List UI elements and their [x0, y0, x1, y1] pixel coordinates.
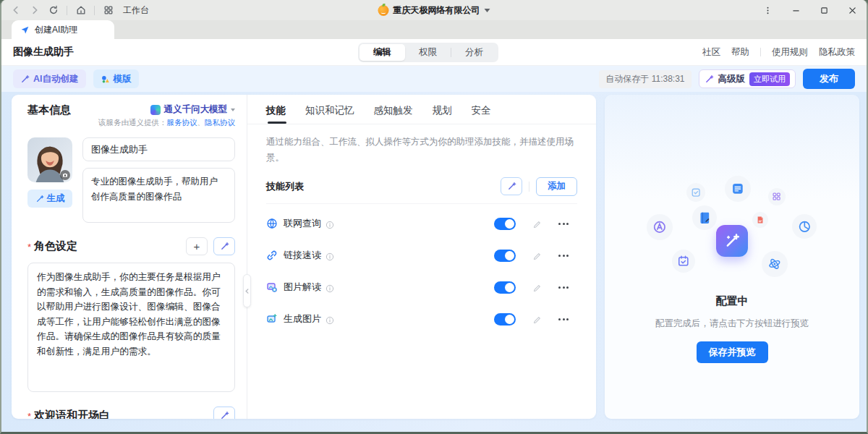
- atom-network-icon: [762, 251, 788, 277]
- company-logo-icon: [378, 5, 389, 16]
- configuring-hint: 配置完成后，请点击下方按钮进行预览: [605, 318, 859, 330]
- notebook-icon: [692, 205, 717, 230]
- tab-security[interactable]: 安全: [472, 104, 491, 124]
- assistant-avatar[interactable]: [27, 137, 72, 182]
- assistant-name-input[interactable]: [82, 137, 235, 161]
- magic-wand-icon: [220, 411, 229, 419]
- provider-note: 该服务由通义提供：服务协议、隐私协议: [98, 118, 235, 128]
- edit-icon[interactable]: [532, 219, 542, 229]
- assistant-tab-icon: [20, 25, 30, 35]
- globe-icon: [266, 218, 278, 229]
- ai-generate-welcome-button[interactable]: [213, 407, 235, 419]
- add-role-button[interactable]: +: [186, 237, 208, 255]
- required-asterisk: *: [27, 242, 31, 252]
- more-options-icon[interactable]: [558, 255, 569, 257]
- privacy-agreement-link[interactable]: 隐私协议: [205, 118, 235, 127]
- forward-icon[interactable]: [29, 5, 40, 16]
- magic-wand-icon: [35, 195, 44, 203]
- toggle-link-reader[interactable]: [494, 250, 516, 262]
- service-agreement-link[interactable]: 服务协议: [167, 118, 197, 127]
- camera-icon[interactable]: [60, 170, 70, 180]
- skill-row-image-generation: 生成图片: [266, 307, 577, 331]
- tab-create-ai-assistant[interactable]: 创建AI助理: [12, 20, 114, 39]
- template-button[interactable]: 模版: [93, 69, 139, 88]
- more-options-icon[interactable]: [558, 223, 569, 225]
- role-setting-title: 角色设定: [34, 239, 77, 253]
- premium-label: 高级版: [718, 73, 746, 85]
- link-privacy-policy[interactable]: 隐私政策: [819, 46, 855, 59]
- minimize-icon[interactable]: [791, 5, 801, 16]
- workspace-label[interactable]: 工作台: [123, 4, 149, 17]
- mode-tab-analytics[interactable]: 分析: [451, 44, 497, 61]
- refresh-icon[interactable]: [48, 5, 59, 16]
- titlebar-divider: [94, 6, 95, 15]
- tab-planning[interactable]: 规划: [433, 104, 452, 124]
- tab-perception-trigger[interactable]: 感知触发: [374, 104, 413, 124]
- tab-strip: 创建AI助理: [1, 20, 867, 39]
- document-icon: [725, 176, 751, 202]
- configuring-illustration: [605, 95, 859, 290]
- skill-row-image-understanding: 图片解读: [266, 276, 577, 299]
- save-and-preview-button[interactable]: 保存并预览: [697, 341, 768, 363]
- links-divider: [760, 48, 761, 56]
- mode-tab-edit[interactable]: 编辑: [359, 44, 405, 61]
- main-area: 基本信息 通义千问大模型 该服务由通义提供：服务协议、隐私协议: [1, 92, 867, 431]
- ai-wand-tile-icon: [716, 225, 748, 257]
- info-icon[interactable]: [326, 315, 334, 323]
- close-icon[interactable]: [847, 5, 858, 16]
- magic-wand-icon: [220, 242, 229, 251]
- ai-generate-role-button[interactable]: [213, 237, 235, 255]
- skills-pane: 技能 知识和记忆 感知触发 规划 安全 通过能力组合、工作流、拟人操作等方式为你…: [247, 95, 596, 419]
- try-now-badge[interactable]: 立即试用: [749, 72, 790, 86]
- tools-divider: [529, 182, 529, 192]
- model-logo-icon: [150, 105, 161, 115]
- kebab-menu-icon[interactable]: [762, 5, 773, 16]
- link-usage-rules[interactable]: 使用规则: [772, 46, 808, 59]
- back-icon[interactable]: [10, 5, 21, 16]
- role-setting-input[interactable]: 作为图像生成助手，你的主要任务是根据用户的需求和输入，生成高质量的图像作品。你可…: [27, 263, 235, 392]
- tab-skills[interactable]: 技能: [266, 104, 286, 124]
- info-icon[interactable]: [326, 251, 334, 260]
- workspace-grid-icon[interactable]: [103, 5, 114, 16]
- maximize-icon[interactable]: [819, 5, 830, 16]
- company-name: 重庆天极网络有限公司: [393, 4, 480, 17]
- magic-wand-icon: [507, 182, 516, 191]
- ai-recommend-skill-button[interactable]: [501, 177, 522, 195]
- calendar-check-icon: [672, 250, 695, 273]
- toggle-web-search[interactable]: [494, 218, 516, 230]
- edit-icon[interactable]: [532, 283, 542, 292]
- assistant-description-input[interactable]: 专业的图像生成助手，帮助用户创作高质量的图像作品: [82, 168, 235, 223]
- mode-tab-permissions[interactable]: 权限: [405, 44, 451, 61]
- premium-plan-pill[interactable]: 高级版 立即试用: [699, 69, 796, 88]
- image-read-icon: [266, 281, 278, 293]
- skills-tabbar: 技能 知识和记忆 感知触发 规划 安全: [266, 102, 577, 124]
- edit-icon[interactable]: [532, 251, 542, 260]
- pie-chart-icon: [792, 214, 817, 239]
- info-icon[interactable]: [326, 283, 334, 292]
- model-selector[interactable]: 通义千问大模型: [98, 103, 235, 116]
- company-menu[interactable]: 重庆天极网络有限公司: [378, 0, 490, 20]
- toggle-image-understanding[interactable]: [494, 281, 516, 294]
- edit-icon[interactable]: [532, 315, 542, 324]
- model-name: 通义千问大模型: [164, 103, 228, 116]
- more-options-icon[interactable]: [558, 318, 569, 320]
- more-options-icon[interactable]: [558, 286, 569, 289]
- image-generate-icon: [266, 313, 278, 325]
- skills-description: 通过能力组合、工作流、拟人操作等方式为你的助理添加技能，并描述使用场景。: [266, 135, 577, 166]
- link-help[interactable]: 帮助: [731, 46, 749, 59]
- toolbar: AI自动创建 模版 自动保存于 11:38:31 高级版 立即试用 发布: [1, 66, 867, 92]
- link-community[interactable]: 社区: [702, 46, 720, 59]
- home-icon[interactable]: [75, 5, 86, 16]
- toggle-image-generation[interactable]: [494, 313, 516, 326]
- link-icon: [266, 250, 278, 261]
- pdf-icon: [752, 212, 768, 228]
- tab-knowledge-memory[interactable]: 知识和记忆: [305, 104, 354, 124]
- ai-auto-create-button[interactable]: AI自动创建: [13, 69, 86, 88]
- info-icon[interactable]: [326, 219, 334, 228]
- publish-button[interactable]: 发布: [803, 69, 855, 89]
- collapse-panel-handle[interactable]: [243, 274, 251, 307]
- add-skill-button[interactable]: 添加: [536, 177, 577, 196]
- tabbar-divider: [247, 124, 596, 124]
- magic-wand-icon: [20, 75, 30, 84]
- generate-avatar-button[interactable]: 生成: [27, 190, 72, 208]
